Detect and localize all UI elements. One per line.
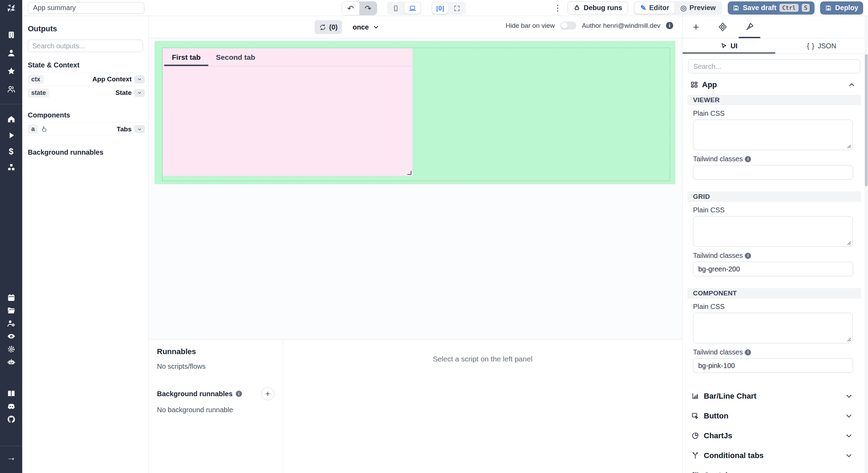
user-button[interactable] bbox=[0, 47, 22, 59]
grid-plain-css-textarea[interactable] bbox=[693, 216, 853, 247]
settings-button[interactable] bbox=[0, 343, 22, 356]
github-icon bbox=[7, 415, 16, 424]
pie-chart-icon bbox=[691, 432, 699, 440]
bar-chart-icon bbox=[691, 392, 699, 400]
component-style-sections: Bar/Line Chart Button ChartJs bbox=[683, 386, 868, 473]
windmill-logo[interactable] bbox=[0, 0, 22, 16]
folder-icon bbox=[7, 306, 16, 315]
component-style-search-input[interactable] bbox=[688, 59, 860, 73]
section-bar-line-chart[interactable]: Bar/Line Chart bbox=[683, 386, 868, 406]
groups-button[interactable] bbox=[0, 83, 22, 96]
expand-output-button[interactable] bbox=[134, 89, 145, 97]
add-background-runnable-button[interactable]: + bbox=[261, 387, 274, 400]
hide-bar-toggle[interactable] bbox=[560, 22, 576, 30]
preview-label: Preview bbox=[690, 4, 716, 12]
output-key-badge: state bbox=[28, 88, 49, 98]
expand-output-button[interactable] bbox=[134, 125, 145, 133]
output-row-component-a[interactable]: a Tabs bbox=[22, 122, 148, 136]
tab-second[interactable]: Second tab bbox=[208, 48, 263, 66]
app-grid[interactable]: First tab Second tab bbox=[155, 41, 675, 184]
output-type-label: App Context bbox=[92, 75, 132, 83]
script-editor-placeholder: Select a script on the left panel bbox=[283, 340, 682, 473]
kebab-icon: ⋮ bbox=[553, 3, 562, 13]
debug-runs-button[interactable]: Debug runs bbox=[567, 1, 628, 15]
refresh-mode-select[interactable]: once bbox=[352, 23, 379, 31]
refresh-button[interactable]: (0) bbox=[315, 20, 342, 34]
workspace-button[interactable] bbox=[0, 28, 22, 41]
json-tab[interactable]: { } JSON bbox=[775, 38, 868, 54]
info-icon[interactable]: i bbox=[236, 391, 242, 397]
resources-button[interactable] bbox=[0, 161, 22, 174]
editor-tab[interactable]: ✎ Editor bbox=[635, 2, 675, 14]
section-conditional-tabs[interactable]: Conditional tabs bbox=[683, 446, 868, 465]
insert-component-tab[interactable]: + bbox=[683, 16, 709, 38]
runs-button[interactable] bbox=[0, 129, 22, 142]
redo-button[interactable]: ↷ bbox=[359, 2, 377, 15]
rail-divider bbox=[0, 446, 22, 446]
components-settings-tab[interactable] bbox=[709, 16, 736, 38]
cubes-icon bbox=[7, 163, 16, 172]
save-draft-button[interactable]: Save draft Ctrl S bbox=[728, 1, 815, 15]
dollar-icon: $ bbox=[9, 147, 13, 156]
expand-output-button[interactable] bbox=[134, 75, 145, 83]
section-chartjs[interactable]: ChartJs bbox=[683, 426, 868, 446]
info-icon[interactable]: i bbox=[745, 253, 751, 259]
windmill-pinwheel-icon bbox=[5, 2, 17, 14]
output-row-ctx[interactable]: ctx App Context bbox=[22, 72, 148, 86]
search-outputs-input[interactable] bbox=[28, 40, 143, 52]
editor-label: Editor bbox=[649, 4, 669, 12]
workers-button[interactable] bbox=[0, 317, 22, 330]
schedules-button[interactable] bbox=[0, 291, 22, 304]
audit-logs-button[interactable] bbox=[0, 330, 22, 343]
app-summary-input[interactable] bbox=[28, 2, 144, 14]
mobile-view-button[interactable] bbox=[388, 3, 404, 14]
scrollbar-thumb[interactable] bbox=[865, 54, 868, 186]
more-menu-button[interactable]: ⋮ bbox=[553, 3, 562, 13]
component-plain-css-textarea[interactable] bbox=[693, 313, 853, 343]
centered-layout-button[interactable]: |0| bbox=[432, 3, 448, 14]
background-runnables-heading: Background runnables bbox=[28, 148, 143, 156]
arrow-right-icon: → bbox=[7, 453, 16, 462]
grid-tailwind-input[interactable] bbox=[693, 262, 853, 276]
favorites-button[interactable] bbox=[0, 65, 22, 78]
app-section-header[interactable]: App bbox=[683, 75, 868, 93]
resize-handle[interactable] bbox=[407, 171, 411, 175]
eye-icon bbox=[7, 332, 16, 341]
info-icon[interactable]: i bbox=[745, 156, 751, 162]
info-icon[interactable]: i bbox=[745, 349, 751, 356]
plain-css-label: Plain CSS bbox=[693, 303, 725, 311]
chevron-up-icon bbox=[848, 81, 856, 89]
github-button[interactable] bbox=[0, 413, 22, 426]
outputs-panel: Outputs State & Context ctx App Context … bbox=[22, 16, 149, 473]
undo-button[interactable]: ↶ bbox=[342, 2, 359, 15]
folders-button[interactable] bbox=[0, 304, 22, 317]
component-tailwind-input[interactable] bbox=[693, 358, 853, 373]
styling-tab[interactable] bbox=[736, 16, 763, 38]
expand-sidebar-button[interactable]: → bbox=[0, 451, 22, 464]
output-row-state[interactable]: state State bbox=[22, 86, 148, 99]
preview-tab[interactable]: ◎ Preview bbox=[675, 2, 721, 14]
ai-button[interactable] bbox=[0, 356, 22, 368]
right-panel-scrollbar[interactable] bbox=[865, 16, 868, 473]
desktop-view-button[interactable] bbox=[404, 3, 420, 14]
home-button[interactable] bbox=[0, 113, 22, 125]
redo-icon: ↷ bbox=[365, 4, 371, 13]
right-panel-scroll-area: App VIEWER Plain CSS Tailwind classes i bbox=[683, 75, 868, 473]
ui-tab[interactable]: UI bbox=[683, 38, 775, 54]
variables-button[interactable]: $ bbox=[0, 145, 22, 158]
preview-eye-icon: ◎ bbox=[680, 4, 686, 12]
info-icon[interactable]: i bbox=[666, 22, 673, 29]
tab-first[interactable]: First tab bbox=[164, 48, 208, 66]
docs-button[interactable] bbox=[0, 387, 22, 400]
viewer-plain-css-textarea[interactable] bbox=[693, 120, 853, 150]
viewer-group-bar: VIEWER bbox=[687, 95, 861, 105]
tabs-component[interactable]: First tab Second tab bbox=[163, 48, 412, 176]
fullscreen-button[interactable] bbox=[449, 3, 465, 14]
viewer-tailwind-input[interactable] bbox=[693, 165, 853, 180]
discord-button[interactable] bbox=[0, 400, 22, 413]
kbd-ctrl: Ctrl bbox=[779, 4, 799, 12]
section-button[interactable]: Button bbox=[683, 406, 868, 426]
users-icon bbox=[7, 85, 16, 93]
deploy-button[interactable]: Deploy bbox=[820, 1, 863, 15]
section-container[interactable]: Container bbox=[683, 465, 868, 473]
